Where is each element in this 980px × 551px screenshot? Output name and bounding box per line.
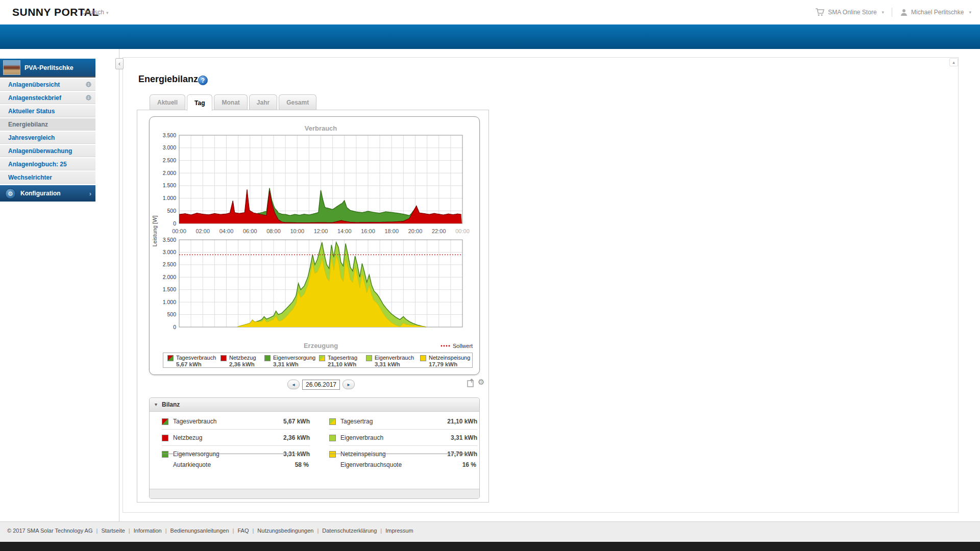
svg-text:20:00: 20:00: [408, 228, 423, 234]
plant-name: PVA-Perlitschke: [24, 64, 74, 71]
date-input[interactable]: [302, 380, 340, 390]
sidebar-item-label: Wechselrichter: [8, 174, 52, 181]
sidebar-item-3[interactable]: Aktueller Status: [0, 105, 95, 117]
svg-text:500: 500: [167, 208, 176, 214]
copyright: © 2017 SMA Solar Technology AG: [7, 528, 93, 534]
language-label: Deutsch: [82, 9, 104, 16]
footer-link-3[interactable]: Bedienungsanleitungen: [170, 528, 229, 534]
chevron-down-icon: ▾: [106, 10, 109, 15]
footer-link-7[interactable]: Impressum: [385, 528, 413, 534]
balance-value: 3,31 kWh: [283, 450, 310, 458]
svg-text:Verbrauch: Verbrauch: [305, 124, 337, 132]
svg-text:22:00: 22:00: [432, 228, 446, 234]
prev-day-button[interactable]: ◂: [287, 380, 300, 389]
legend-value: 5,67 kWh: [176, 361, 202, 367]
svg-text:00:00: 00:00: [455, 228, 470, 234]
cart-icon: [815, 8, 825, 16]
svg-text:2.500: 2.500: [163, 261, 176, 267]
footer-link-2[interactable]: Information: [134, 528, 162, 534]
legend-label: Eigenversorgung: [273, 355, 315, 361]
legend-label: Eigenverbrauch: [375, 355, 414, 361]
balance-swatch-yellow: [329, 451, 336, 458]
balance-label: Netzbezug: [173, 434, 202, 441]
svg-text:3.000: 3.000: [163, 249, 176, 255]
svg-text:1.000: 1.000: [163, 195, 176, 201]
svg-text:0: 0: [173, 220, 176, 227]
footer-link-6[interactable]: Datenschutzerklärung: [322, 528, 377, 534]
divider: [892, 8, 892, 17]
divider: |: [96, 528, 98, 534]
config-label: Konfiguration: [20, 190, 61, 197]
balance-label: Tagesertrag: [340, 418, 373, 425]
svg-text:12:00: 12:00: [314, 228, 328, 234]
divider: |: [165, 528, 167, 534]
divider: |: [252, 528, 254, 534]
balance-swatch-lightgreen-yellow: [329, 418, 336, 425]
svg-text:10:00: 10:00: [290, 228, 304, 234]
divider: |: [233, 528, 234, 534]
divider: |: [317, 528, 318, 534]
chart-panel: 3.5003.0002.5002.0001.5001.00050003.5003…: [149, 116, 480, 375]
chevron-right-icon: ›: [89, 190, 91, 197]
balance-section: ▾ Bilanz Tagesverbrauch5,67 kWhNetzbezug…: [149, 397, 480, 499]
collapse-sidebar-button[interactable]: ‹: [115, 58, 124, 69]
balance-row: Netzbezug2,36 kWh: [162, 430, 310, 446]
balance-title: Bilanz: [162, 401, 180, 408]
bottom-bar: [0, 542, 980, 551]
sidebar-item-6[interactable]: Anlagenüberwachung: [0, 145, 95, 157]
svg-text:500: 500: [167, 311, 176, 317]
footer-link-4[interactable]: FAQ: [237, 528, 249, 534]
sidebar-item-label: Aktueller Status: [8, 108, 55, 115]
svg-text:1.000: 1.000: [163, 299, 176, 305]
balance-row: Tagesverbrauch5,67 kWh: [162, 413, 310, 430]
tab-gesamt[interactable]: Gesamt: [279, 94, 316, 110]
sidebar-plant-header[interactable]: PVA-Perlitschke: [0, 59, 95, 78]
store-menu[interactable]: SMA Online Store▾: [815, 8, 884, 16]
settings-icon[interactable]: ⚙: [478, 378, 484, 387]
legend-value: 21,10 kWh: [328, 361, 356, 367]
sidebar-item-8[interactable]: Wechselrichter: [0, 171, 95, 184]
svg-text:Erzeugung: Erzeugung: [304, 342, 338, 349]
help-icon[interactable]: ?: [198, 76, 208, 85]
tab-aktuell[interactable]: Aktuell: [150, 94, 185, 110]
balance-left-column: Tagesverbrauch5,67 kWhNetzbezug2,36 kWhE…: [162, 413, 310, 462]
collapse-up-button[interactable]: ▴: [949, 58, 958, 66]
balance-row: Eigenverbrauch3,31 kWh: [329, 430, 477, 446]
svg-text:3.000: 3.000: [163, 144, 176, 151]
energy-charts: 3.5003.0002.5002.0001.5001.00050003.5003…: [150, 117, 480, 375]
divider: [162, 454, 309, 454]
next-day-button[interactable]: ▸: [342, 380, 355, 389]
sidebar-item-label: Anlagenlogbuch: 25: [8, 161, 67, 168]
tab-monat[interactable]: Monat: [214, 94, 247, 110]
balance-header[interactable]: ▾ Bilanz: [150, 398, 479, 412]
footer-link-1[interactable]: Startseite: [101, 528, 125, 534]
chevron-down-icon: ▾: [882, 10, 885, 15]
sidebar-item-7[interactable]: Anlagenlogbuch: 25: [0, 158, 95, 170]
balance-row: Netzeinspeisung17,79 kWh: [329, 446, 477, 462]
sidebar-item-label: Anlagensteckbrief: [8, 94, 61, 102]
balance-swatch-red-green: [162, 418, 168, 425]
sidebar-item-2[interactable]: Anlagensteckbrief: [0, 92, 95, 104]
balance-value: 17,79 kWh: [447, 450, 477, 458]
footer-link-5[interactable]: Nutzungsbedingungen: [257, 528, 313, 534]
sidebar-item-5[interactable]: Jahresvergleich: [0, 132, 95, 144]
balance-row: Eigenversorgung3,31 kWh: [162, 446, 310, 462]
language-selector[interactable]: Deutsch▾: [82, 9, 109, 16]
tab-jahr[interactable]: Jahr: [249, 94, 277, 110]
balance-footer-strip: [150, 489, 479, 498]
sidebar-item-4[interactable]: Energiebilanz: [0, 118, 95, 131]
tab-tag[interactable]: Tag: [187, 94, 212, 111]
sidebar-item-label: Anlagenübersicht: [8, 81, 60, 88]
sidebar: PVA-Perlitschke AnlagenübersichtAnlagens…: [0, 59, 95, 202]
legend-label: Netzbezug: [229, 355, 256, 361]
sidebar-item-1[interactable]: Anlagenübersicht: [0, 79, 95, 91]
selfconsumption-quote-value: 16 %: [462, 461, 476, 468]
legend-swatch-green: [264, 355, 271, 361]
top-bar: SUNNY PORTAL Deutsch▾ SMA Online Store▾ …: [0, 0, 980, 24]
user-menu[interactable]: Michael Perlitschke▾: [900, 8, 971, 16]
sollwert-legend: Sollwert: [453, 343, 473, 349]
svg-text:2.500: 2.500: [163, 157, 176, 163]
export-icon[interactable]: [467, 379, 475, 389]
sidebar-item-konfiguration[interactable]: ⚙ Konfiguration ›: [0, 185, 95, 202]
footer-links: © 2017 SMA Solar Technology AG|Startseit…: [7, 528, 413, 534]
